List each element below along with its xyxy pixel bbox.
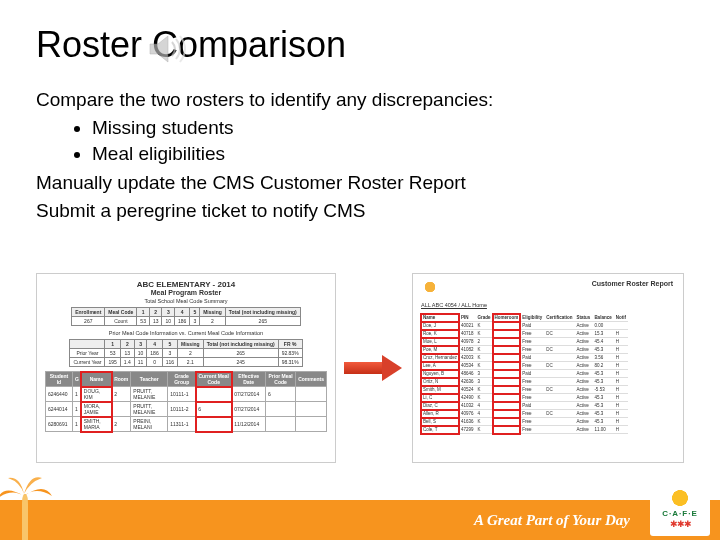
figure-left: ABC ELEMENTARY - 2014 Meal Program Roste…	[36, 273, 336, 463]
footer-badge: C·A·F·E ✱✱✱	[650, 480, 710, 536]
sun-icon	[670, 488, 690, 508]
body-p1: Compare the two rosters to identify any …	[36, 88, 684, 112]
bullet-1: Missing students	[92, 116, 684, 140]
right-report-title: Customer Roster Report	[592, 280, 673, 287]
people-icon: ✱✱✱	[670, 519, 691, 529]
page-title: Roster Comparison	[36, 24, 346, 66]
body-text: Compare the two rosters to identify any …	[36, 88, 684, 227]
svg-marker-0	[150, 36, 168, 62]
right-report-sub: ALL ABC 4054 / ALL Home	[421, 302, 487, 308]
left-section2: Prior Meal Code Information vs. Current …	[45, 330, 327, 336]
roster-detail-table: Student IdGNameRoomTeacherGrade GroupCur…	[45, 371, 327, 432]
footer-tagline: A Great Part of Your Day	[474, 512, 630, 529]
arrow-icon	[344, 355, 404, 381]
body-p2: Manually update the CMS Customer Roster …	[36, 171, 684, 195]
footer-bar: A Great Part of Your Day C·A·F·E ✱✱✱	[0, 500, 720, 540]
palm-tree-icon	[0, 474, 54, 540]
figure-right: Customer Roster Report ALL ABC 4054 / AL…	[412, 273, 684, 463]
summary-table-2: 12345MissingTotal (not including missing…	[69, 339, 302, 367]
customer-roster-table: NamePINGradeHomeroomEligibilityCertifica…	[421, 314, 628, 434]
left-report-title: ABC ELEMENTARY - 2014	[45, 280, 327, 289]
figures-row: ABC ELEMENTARY - 2014 Meal Program Roste…	[36, 268, 684, 468]
left-report-sub: Meal Program Roster	[45, 289, 327, 296]
body-p3: Submit a peregrine ticket to notify CMS	[36, 199, 684, 223]
badge-text: C·A·F·E	[662, 509, 697, 518]
speaker-icon	[148, 34, 188, 64]
left-section1: Total School Meal Code Summary	[45, 298, 327, 304]
bullet-2: Meal eligibilities	[92, 142, 684, 166]
summary-table-1: EnrollmentMeal Code12345MissingTotal (no…	[71, 307, 301, 326]
right-logo-icon	[421, 278, 439, 296]
